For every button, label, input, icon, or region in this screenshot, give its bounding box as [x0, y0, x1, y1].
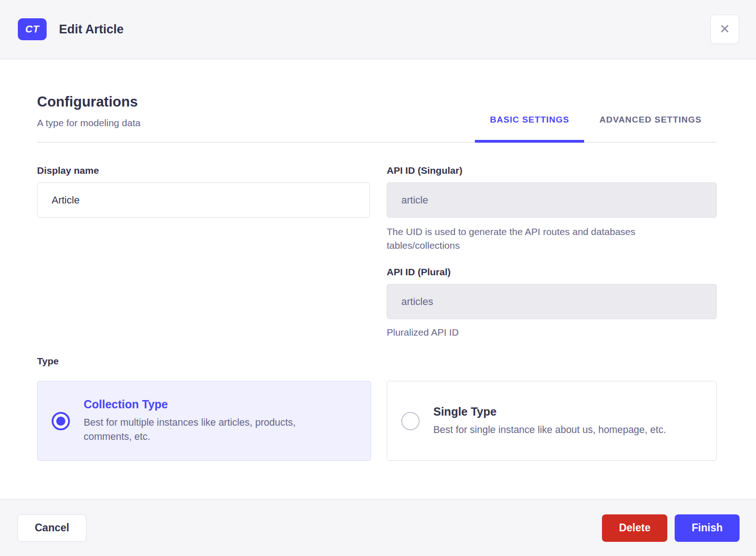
- cancel-button[interactable]: Cancel: [17, 514, 86, 542]
- api-id-singular-input: [387, 182, 717, 218]
- modal-body: Configurations A type for modeling data …: [0, 59, 756, 499]
- edit-content-type-modal: CT Edit Article ✕ Configurations A type …: [0, 0, 756, 556]
- api-id-singular-label: API ID (Singular): [387, 166, 717, 176]
- delete-button[interactable]: Delete: [602, 514, 667, 542]
- single-type-radio[interactable]: [401, 412, 420, 430]
- api-id-plural-field-group: API ID (Plural) Pluralized API ID: [387, 267, 717, 339]
- footer-actions: Delete Finish: [602, 514, 740, 542]
- page-title: Configurations: [37, 93, 140, 111]
- content-type-badge-label: CT: [25, 23, 39, 35]
- api-id-singular-field-group: API ID (Singular) The UID is used to gen…: [387, 166, 717, 252]
- single-type-option[interactable]: Single Type Best for single instance lik…: [387, 381, 717, 461]
- display-name-input[interactable]: [37, 182, 370, 218]
- display-name-label: Display name: [37, 166, 370, 176]
- configurations-header-row: Configurations A type for modeling data …: [37, 93, 717, 143]
- display-name-field-group: Display name: [37, 166, 370, 339]
- tab-basic-settings[interactable]: BASIC SETTINGS: [475, 115, 584, 142]
- tab-bar: BASIC SETTINGS ADVANCED SETTINGS: [475, 93, 717, 142]
- api-id-singular-hint: The UID is used to generate the API rout…: [387, 225, 688, 252]
- collection-type-option[interactable]: Collection Type Best for multiple instan…: [37, 381, 371, 461]
- configurations-form: Display name API ID (Singular) The UID i…: [37, 166, 717, 339]
- content-type-badge: CT: [18, 18, 47, 40]
- page-subtitle: A type for modeling data: [37, 117, 140, 129]
- modal-title: Edit Article: [59, 22, 124, 37]
- api-id-column: API ID (Singular) The UID is used to gen…: [387, 166, 717, 339]
- single-type-title: Single Type: [433, 405, 666, 418]
- finish-button[interactable]: Finish: [675, 514, 740, 542]
- api-id-plural-hint: Pluralized API ID: [387, 326, 688, 339]
- configurations-heading: Configurations A type for modeling data: [37, 93, 140, 142]
- collection-type-text: Collection Type Best for multiple instan…: [84, 398, 342, 444]
- collection-type-radio[interactable]: [52, 412, 70, 430]
- modal-footer: Cancel Delete Finish: [0, 499, 756, 556]
- collection-type-title: Collection Type: [84, 398, 342, 411]
- api-id-plural-label: API ID (Plural): [387, 267, 717, 277]
- close-button[interactable]: ✕: [710, 15, 739, 44]
- single-type-text: Single Type Best for single instance lik…: [433, 405, 666, 437]
- modal-header: CT Edit Article ✕: [0, 0, 756, 59]
- type-label: Type: [37, 356, 717, 367]
- type-options: Collection Type Best for multiple instan…: [37, 381, 717, 461]
- close-icon: ✕: [719, 23, 730, 36]
- tab-advanced-settings[interactable]: ADVANCED SETTINGS: [584, 115, 717, 142]
- api-id-plural-input: [387, 284, 717, 319]
- single-type-description: Best for single instance like about us, …: [433, 423, 666, 437]
- collection-type-description: Best for multiple instances like article…: [84, 416, 342, 444]
